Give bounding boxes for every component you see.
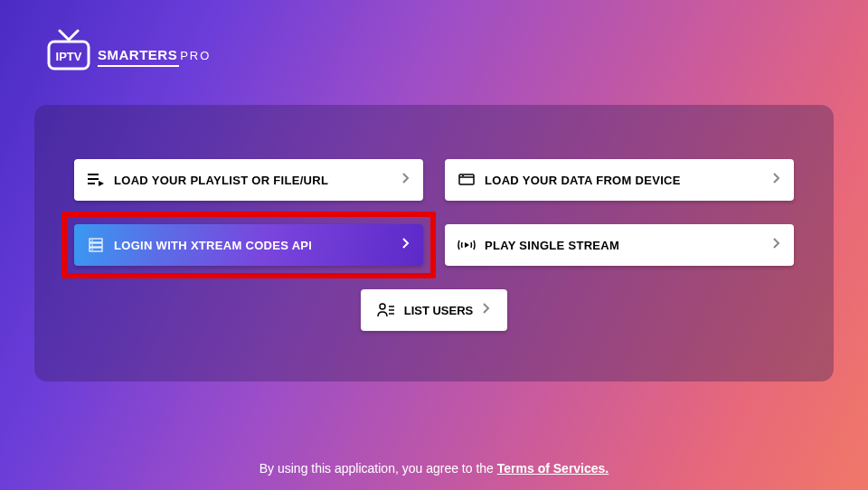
chevron-right-icon: [772, 172, 781, 188]
svg-point-12: [91, 240, 93, 241]
device-icon: [458, 171, 476, 189]
chevron-right-icon: [482, 302, 491, 318]
svg-marker-5: [99, 181, 104, 186]
svg-rect-11: [90, 248, 102, 251]
users-icon: [377, 301, 395, 319]
load-device-button[interactable]: LOAD YOUR DATA FROM DEVICE: [445, 159, 794, 201]
selection-highlight: LOGIN WITH XTREAM CODES API: [61, 212, 436, 278]
app-logo: IPTV SMARTERSPRO: [43, 29, 211, 72]
chevron-right-icon: [401, 172, 410, 188]
xtream-login-button[interactable]: LOGIN WITH XTREAM CODES API: [74, 224, 423, 266]
play-stream-button[interactable]: PLAY SINGLE STREAM: [445, 224, 794, 266]
svg-rect-9: [90, 239, 102, 242]
svg-rect-10: [90, 243, 102, 247]
play-stream-label: PLAY SINGLE STREAM: [485, 239, 772, 252]
list-users-label: LIST USERS: [404, 304, 474, 317]
load-playlist-label: LOAD YOUR PLAYLIST OR FILE/URL: [114, 174, 401, 187]
terms-of-service-link[interactable]: Terms of Services.: [497, 461, 609, 476]
svg-text:IPTV: IPTV: [56, 50, 82, 63]
tv-icon: IPTV: [43, 29, 96, 72]
server-icon: [87, 236, 105, 254]
load-playlist-button[interactable]: LOAD YOUR PLAYLIST OR FILE/URL: [74, 159, 423, 201]
chevron-right-icon: [401, 237, 410, 253]
playlist-icon: [87, 171, 105, 189]
list-users-button[interactable]: LIST USERS: [361, 289, 508, 331]
svg-marker-15: [465, 242, 469, 248]
chevron-right-icon: [772, 237, 781, 253]
logo-brand-text: SMARTERS: [98, 47, 177, 62]
svg-point-16: [380, 304, 385, 309]
svg-point-14: [91, 249, 93, 250]
footer-text: By using this application, you agree to …: [0, 461, 868, 476]
svg-point-13: [91, 244, 93, 246]
footer-prefix: By using this application, you agree to …: [259, 461, 497, 476]
svg-rect-6: [459, 174, 474, 184]
xtream-login-label: LOGIN WITH XTREAM CODES API: [114, 239, 401, 252]
load-device-label: LOAD YOUR DATA FROM DEVICE: [485, 174, 772, 187]
logo-pro-text: PRO: [180, 49, 211, 62]
stream-icon: [458, 236, 476, 254]
main-panel: LOAD YOUR PLAYLIST OR FILE/URL LOAD YOUR…: [34, 105, 834, 382]
